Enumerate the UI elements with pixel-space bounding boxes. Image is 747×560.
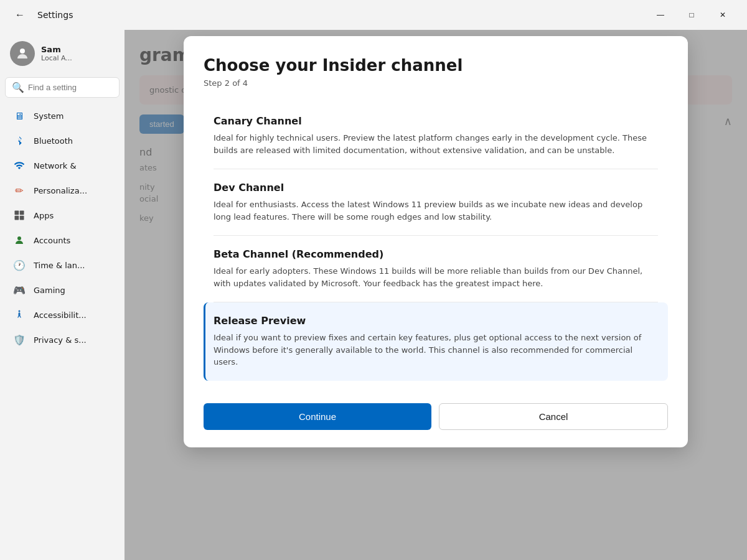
continue-button[interactable]: Continue	[204, 403, 431, 430]
search-box[interactable]: 🔍	[5, 77, 120, 98]
sidebar-item-label: Accounts	[34, 236, 70, 245]
back-button[interactable]: ←	[10, 5, 30, 25]
privacy-icon: 🛡️	[12, 333, 26, 347]
search-input[interactable]	[28, 83, 113, 92]
svg-point-0	[20, 49, 25, 54]
user-subtitle: Local A...	[41, 54, 72, 62]
title-bar: ← Settings — □ ✕	[0, 0, 747, 30]
channel-desc-beta: Ideal for early adopters. These Windows …	[214, 265, 658, 289]
channel-option-canary[interactable]: Canary Channel Ideal for highly technica…	[204, 103, 668, 169]
sidebar-item-system[interactable]: 🖥 System	[2, 104, 122, 128]
cancel-button[interactable]: Cancel	[439, 403, 668, 430]
system-icon: 🖥	[12, 109, 26, 123]
channel-name-dev: Dev Channel	[214, 182, 658, 194]
sidebar-item-label: Bluetooth	[34, 136, 73, 146]
sidebar-item-accounts[interactable]: Accounts	[2, 228, 122, 252]
sidebar-item-accessibility[interactable]: Accessibilit...	[2, 303, 122, 327]
sidebar-item-apps[interactable]: Apps	[2, 203, 122, 227]
bluetooth-icon	[12, 134, 26, 147]
apps-icon	[12, 208, 26, 222]
sidebar-item-personalization[interactable]: ✏️ Personaliza...	[2, 179, 122, 202]
sidebar-item-network[interactable]: Network &	[2, 154, 122, 177]
sidebar-item-time[interactable]: 🕐 Time & lan...	[2, 253, 122, 277]
user-name: Sam	[41, 45, 72, 54]
svg-rect-1	[15, 211, 19, 215]
channel-desc-canary: Ideal for highly technical users. Previe…	[214, 132, 658, 156]
sidebar-item-bluetooth[interactable]: Bluetooth	[2, 129, 122, 152]
svg-point-6	[19, 310, 21, 312]
sidebar-item-privacy[interactable]: 🛡️ Privacy & s...	[2, 328, 122, 352]
svg-point-5	[17, 236, 21, 240]
dialog-title: Choose your Insider channel	[204, 56, 668, 75]
window-controls: — □ ✕	[646, 5, 737, 25]
dialog-step: Step 2 of 4	[204, 78, 668, 88]
sidebar-item-label: System	[34, 111, 63, 121]
accessibility-icon	[12, 308, 26, 322]
channel-option-release[interactable]: Release Preview Ideal if you want to pre…	[204, 302, 668, 381]
channel-name-release: Release Preview	[214, 315, 658, 327]
dialog-body: Canary Channel Ideal for highly technica…	[184, 93, 688, 391]
channel-name-beta: Beta Channel (Recommended)	[214, 248, 658, 260]
sidebar-item-label: Privacy & s...	[34, 335, 87, 345]
sidebar: Sam Local A... 🔍 🖥 System Bluetooth	[0, 30, 125, 560]
avatar	[10, 41, 35, 66]
time-icon: 🕐	[12, 258, 26, 272]
main-content: gram gnostic data. started ∧ nd ates nit…	[125, 30, 747, 560]
sidebar-item-label: Apps	[34, 211, 54, 220]
settings-window: ← Settings — □ ✕ Sam Local A...	[0, 0, 747, 560]
maximize-button[interactable]: □	[677, 5, 706, 25]
personalization-icon: ✏️	[12, 184, 26, 197]
sidebar-item-gaming[interactable]: 🎮 Gaming	[2, 278, 122, 302]
dialog-header: Choose your Insider channel Step 2 of 4	[184, 36, 688, 93]
accounts-icon	[12, 233, 26, 247]
gaming-icon: 🎮	[12, 283, 26, 297]
user-profile: Sam Local A...	[0, 35, 125, 76]
channel-option-dev[interactable]: Dev Channel Ideal for enthusiasts. Acces…	[204, 169, 668, 235]
channel-option-beta[interactable]: Beta Channel (Recommended) Ideal for ear…	[204, 236, 668, 302]
channel-name-canary: Canary Channel	[214, 115, 658, 127]
user-info: Sam Local A...	[41, 45, 72, 62]
sidebar-item-label: Network &	[34, 161, 77, 170]
insider-channel-dialog: Choose your Insider channel Step 2 of 4 …	[184, 36, 688, 447]
svg-rect-2	[20, 211, 24, 215]
settings-body: Sam Local A... 🔍 🖥 System Bluetooth	[0, 30, 747, 560]
channel-desc-dev: Ideal for enthusiasts. Access the latest…	[214, 198, 658, 223]
search-icon: 🔍	[12, 82, 24, 93]
sidebar-item-label: Time & lan...	[34, 261, 85, 270]
minimize-button[interactable]: —	[646, 5, 675, 25]
close-button[interactable]: ✕	[708, 5, 737, 25]
sidebar-item-label: Personaliza...	[34, 186, 87, 195]
sidebar-item-label: Accessibilit...	[34, 310, 87, 320]
svg-rect-4	[20, 216, 24, 220]
channel-desc-release: Ideal if you want to preview fixes and c…	[214, 332, 658, 368]
svg-rect-3	[15, 216, 19, 220]
network-icon	[12, 159, 26, 172]
sidebar-item-label: Gaming	[34, 286, 65, 295]
window-title: Settings	[37, 10, 73, 20]
dialog-footer: Continue Cancel	[184, 391, 688, 447]
dialog-overlay: Choose your Insider channel Step 2 of 4 …	[125, 30, 747, 560]
